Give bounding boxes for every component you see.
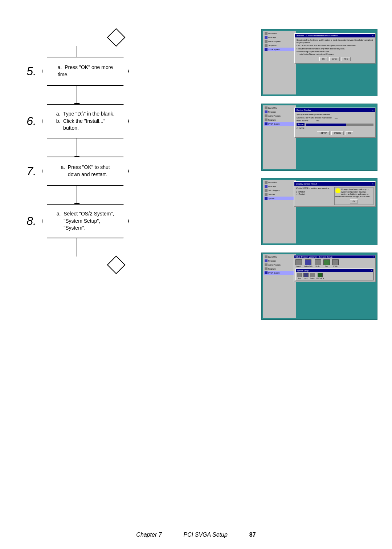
bottom-diamond <box>107 256 126 274</box>
dialog-3-buttons: OK <box>335 199 372 204</box>
taskbar-item-4a: LaunchPad <box>264 255 295 259</box>
screenshot-2: LaunchPad Netscape Add a Program Program… <box>261 104 377 171</box>
connector-top <box>77 46 77 57</box>
footer-page: 87 <box>249 532 256 538</box>
step-7-row: 7. a. Press "OK" to shut down and restar… <box>18 157 171 186</box>
taskbar-item-4b: Netscape <box>264 259 295 263</box>
taskbar-item-3c: YOU Program <box>264 189 295 192</box>
dialog-3-body: Win the SPACE or existing area selecting… <box>294 186 375 206</box>
top-diamond <box>107 28 126 47</box>
taskbar-item-3b: Netscape <box>264 185 295 188</box>
step-8-text: a. Select "OS/2 System", "System Setup",… <box>57 210 114 232</box>
taskbar-item-2d: Programs <box>264 118 295 122</box>
taskbar-item-3d: Tutorials <box>264 193 295 196</box>
os2-window: OS/2 System Watcher - System Setup× Laun… <box>294 255 376 282</box>
dialog-2-buttons: < SETUP CANCEL OK <box>297 131 373 136</box>
taskbar-item-4e: SVGA System <box>264 271 295 275</box>
taskbar-3: LaunchPad Netscape YOU Program Tutorials… <box>263 180 296 243</box>
arrow-3 <box>77 186 77 204</box>
win-desktop-4: LaunchPad Netscape Add a Program Program… <box>262 253 377 319</box>
page-footer: Chapter 7 PCI SVGA Setup 87 <box>0 532 392 538</box>
step-7-number: 7. <box>18 165 36 178</box>
arrow-2 <box>77 138 77 157</box>
step-5-hex: a. Press "OK" one moretime. <box>42 57 129 86</box>
step-7-text: a. Press "OK" to shut down and restart. <box>61 164 110 178</box>
win-desktop-2: LaunchPad Netscape Add a Program Program… <box>262 104 377 170</box>
step-8-number: 8. <box>18 214 36 228</box>
taskbar-item-2a: LaunchPad <box>264 106 295 110</box>
step-5-text: a. Press "OK" one moretime. <box>58 64 113 78</box>
taskbar-item-2b: Netscape <box>264 110 295 114</box>
taskbar-item-3e: System <box>264 197 295 200</box>
step-6-number: 6. <box>18 114 36 128</box>
step-5-number: 5. <box>18 65 36 78</box>
dialog-2-body: Specify a drive already installed/detect… <box>295 112 375 137</box>
step-6-row: 6. a. Type "D:\" in the blank. b. Click … <box>18 104 171 138</box>
help-btn-1: Help <box>342 57 350 61</box>
dialog-1-body: Select installing, hardware, a utility, … <box>295 37 375 63</box>
win-desktop-1: LaunchPad Netscape Add a Program Templat… <box>262 29 377 96</box>
taskbar-item-1e: SVGA System <box>264 48 295 51</box>
taskbar-item-3a: LaunchPad <box>264 181 295 184</box>
ok-btn-1: OK <box>319 57 327 61</box>
step-5-row: 5. a. Press "OK" one moretime. <box>18 57 171 86</box>
dialog-1: Installer - Choose Installation/Maintena… <box>294 33 376 64</box>
setup-btn: < SETUP <box>317 131 330 135</box>
screenshot-3: LaunchPad Netscape YOU Program Tutorials… <box>261 178 377 245</box>
step-6-hex: a. Type "D:\" in the blank. b. Click the… <box>42 104 129 138</box>
screenshot-4: LaunchPad Netscape Add a Program Program… <box>261 253 377 320</box>
taskbar-item-2e: SVGA System <box>264 122 295 126</box>
step-6-text: a. Type "D:\" in the blank. b. Click the… <box>56 110 115 132</box>
taskbar-item-1c: Add a Program <box>264 40 295 43</box>
flow-diagram: 5. a. Press "OK" one moretime. 6. a. Typ… <box>18 29 171 273</box>
ok-btn-2: OK <box>346 131 353 135</box>
taskbar-2: LaunchPad Netscape Add a Program Program… <box>263 105 296 169</box>
ok-btn-3: OK <box>350 199 358 203</box>
dialog-1-title: Installer - Choose Installation/Maintena… <box>295 34 375 37</box>
taskbar-item-4c: Add a Program <box>264 263 295 267</box>
dialog-2-title: Device Display× <box>295 108 375 112</box>
dialog-1-buttons: OK Cancel Help <box>297 57 373 61</box>
progress-bar <box>306 124 373 126</box>
taskbar-item-2c: Add a Program <box>264 114 295 118</box>
taskbar-4: LaunchPad Netscape Add a Program Program… <box>263 254 296 318</box>
taskbar-item-1a: LaunchPad <box>264 32 295 35</box>
bottom-diamond-wrapper <box>62 257 171 273</box>
screenshot-1: LaunchPad Netscape Add a Program Templat… <box>261 29 377 96</box>
cancel-btn-1: Cancel <box>329 57 340 61</box>
dialog-2: Device Display× Specify a drive already … <box>294 108 376 138</box>
step-8-row: 8. a. Select "OS/2 System", "System Setu… <box>18 204 171 238</box>
dialog-3: Display Screen Result× Win the SPACE or … <box>294 181 376 207</box>
arrow-1 <box>77 86 77 104</box>
taskbar-item-4d: Programs <box>264 267 295 271</box>
arrow-4 <box>77 238 77 257</box>
screenshots-column: LaunchPad Netscape Add a Program Templat… <box>261 29 377 327</box>
page-content: 5. a. Press "OK" one moretime. 6. a. Typ… <box>0 0 392 549</box>
step-7-hex: a. Press "OK" to shut down and restart. <box>42 157 129 186</box>
footer-chapter: Chapter 7 <box>136 532 162 538</box>
taskbar-1: LaunchPad Netscape Add a Program Templat… <box>263 31 296 94</box>
taskbar-item-1b: Netscape <box>264 36 295 39</box>
cancel-btn-2: CANCEL <box>331 131 344 135</box>
footer-title: PCI SVGA Setup <box>184 532 228 538</box>
dialog-3-title: Display Screen Result× <box>294 182 375 186</box>
taskbar-item-1d: Templates <box>264 44 295 47</box>
step-8-hex: a. Select "OS/2 System", "System Setup",… <box>42 204 129 238</box>
win-desktop-3: LaunchPad Netscape YOU Program Tutorials… <box>262 178 377 245</box>
